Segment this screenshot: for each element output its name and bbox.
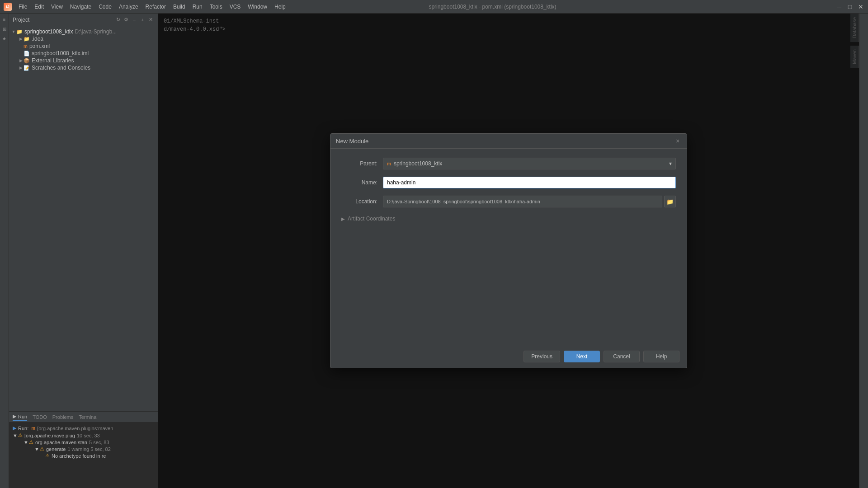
- menu-vcs[interactable]: VCS: [226, 2, 244, 11]
- window-controls: ─ □ ✕: [835, 3, 864, 10]
- menu-view[interactable]: View: [48, 2, 66, 11]
- run-icon: ▶: [13, 413, 16, 419]
- menu-tools[interactable]: Tools: [207, 2, 226, 11]
- run-item-detail-1: 5 sec, 83: [89, 440, 109, 445]
- dialog-close-button[interactable]: ×: [674, 137, 681, 145]
- run-row-3[interactable]: ⚠ No archetype found in re: [9, 452, 158, 459]
- editor-area: 01/XMLSchema-inst d/maven-4.0.0.xsd"> Ne…: [158, 14, 859, 488]
- menu-navigate[interactable]: Navigate: [67, 2, 94, 11]
- next-button[interactable]: Next: [564, 351, 600, 362]
- app-logo: IJ: [4, 3, 12, 11]
- warning-icon-3: ⚠: [45, 453, 50, 459]
- project-panel-title: Project: [13, 17, 29, 23]
- right-sidebar: [859, 14, 868, 488]
- idea-arrow: ▶: [18, 37, 24, 41]
- menu-refactor[interactable]: Refactor: [142, 2, 169, 11]
- tab-todo[interactable]: TODO: [33, 413, 47, 421]
- run-header-text: Run:: [18, 426, 28, 431]
- tree-item-idea[interactable]: ▶ 📁 .idea: [9, 35, 158, 42]
- warning-icon-1: ⚠: [29, 439, 33, 445]
- location-browse-button[interactable]: 📁: [664, 196, 676, 207]
- menu-file[interactable]: File: [15, 2, 30, 11]
- name-control: [383, 177, 676, 188]
- menu-edit[interactable]: Edit: [31, 2, 47, 11]
- warning-icon-2: ⚠: [40, 446, 44, 452]
- run-plugin-text: [org.apache.maven.plugins:maven-: [37, 426, 115, 431]
- minimize-button[interactable]: ─: [835, 3, 843, 10]
- structure-icon[interactable]: ⊞: [1, 25, 8, 33]
- location-control: D:\java-Springboot\1008_springboot\sprin…: [383, 196, 676, 207]
- project-tree: ▼ 📁 springboot1008_ktlx D:\java-Springb.…: [9, 26, 158, 411]
- parent-select-icon: m: [387, 161, 391, 166]
- artifact-label: Artifact Coordinates: [348, 216, 395, 222]
- parent-row: Parent: m springboot1008_ktlx ▾: [341, 158, 676, 169]
- tree-item-iml[interactable]: 📄 springboot1008_ktlx.iml: [9, 50, 158, 57]
- help-button[interactable]: Help: [643, 351, 679, 362]
- parent-label: Parent:: [341, 160, 377, 167]
- artifact-coordinates-section[interactable]: ▶ Artifact Coordinates: [341, 215, 676, 223]
- menu-code[interactable]: Code: [95, 2, 115, 11]
- idea-label: .idea: [32, 36, 43, 42]
- tree-item-scratches[interactable]: ▶ 📝 Scratches and Consoles: [9, 64, 158, 71]
- run-plugin-icon: m: [31, 426, 35, 431]
- close-button[interactable]: ✕: [857, 3, 864, 10]
- ext-libs-arrow: ▶: [18, 58, 24, 63]
- scratches-arrow: ▶: [18, 66, 24, 70]
- tab-run[interactable]: ▶ Run: [13, 413, 27, 421]
- project-icon[interactable]: ≡: [1, 16, 8, 23]
- expand-icon[interactable]: +: [139, 16, 146, 23]
- tree-item-ext-libs[interactable]: ▶ 📦 External Libraries: [9, 57, 158, 64]
- tree-root[interactable]: ▼ 📁 springboot1008_ktlx D:\java-Springb.…: [9, 28, 158, 35]
- bottom-panel: ▶ Run TODO Problems Terminal ▶ Run: m: [9, 411, 158, 488]
- run-header: ▶ Run: m [org.apache.maven.plugins:maven…: [9, 424, 158, 432]
- previous-button[interactable]: Previous: [524, 351, 560, 362]
- new-module-dialog: New Module × Parent: m springboot1008_kt…: [330, 133, 687, 368]
- cancel-button[interactable]: Cancel: [604, 351, 640, 362]
- dialog-footer: Previous Next Cancel Help: [330, 345, 687, 368]
- run-row-2[interactable]: ▼ ⚠ generate 1 warning 5 sec, 82: [9, 446, 158, 452]
- iml-label: springboot1008_ktlx.iml: [32, 50, 89, 56]
- pom-label: pom.xml: [29, 43, 50, 49]
- run-item-detail-0: 10 sec, 33: [77, 433, 100, 438]
- tree-item-pom[interactable]: m pom.xml: [9, 42, 158, 50]
- idea-folder-icon: 📁: [24, 36, 30, 42]
- menubar: IJ File Edit View Navigate Code Analyze …: [0, 0, 868, 14]
- sync-icon[interactable]: ↻: [114, 16, 122, 23]
- iml-file-icon: 📄: [24, 51, 30, 56]
- run-item-label-1: org.apache.maven:stan: [35, 440, 87, 445]
- maximize-button[interactable]: □: [846, 3, 854, 10]
- run-header-label: ▶: [13, 425, 16, 431]
- close-panel-icon[interactable]: ✕: [147, 16, 154, 23]
- tab-problems[interactable]: Problems: [52, 413, 73, 421]
- run-item-label-0: [org.apache.mave.plug: [24, 433, 75, 438]
- gear-icon[interactable]: ⚙: [123, 16, 130, 23]
- menu-build[interactable]: Build: [170, 2, 189, 11]
- menu-run[interactable]: Run: [189, 2, 206, 11]
- run-item-label-2: generate: [46, 446, 66, 452]
- pom-file-icon: m: [24, 44, 28, 49]
- main-layout: ≡ ⊞ ★ Project ↻ ⚙ − + ✕ ▼ 📁 springboot10…: [0, 14, 868, 488]
- tab-terminal[interactable]: Terminal: [79, 413, 98, 421]
- project-panel-header: Project ↻ ⚙ − + ✕: [9, 14, 158, 26]
- bottom-tabs: ▶ Run TODO Problems Terminal: [9, 412, 158, 422]
- collapse-icon[interactable]: −: [131, 16, 138, 23]
- run-row-0[interactable]: ▼ ⚠ [org.apache.mave.plug 10 sec, 33: [9, 432, 158, 439]
- menu-window[interactable]: Window: [245, 2, 270, 11]
- dialog-titlebar: New Module ×: [330, 134, 687, 149]
- ext-libs-icon: 📦: [24, 58, 30, 64]
- favorites-icon[interactable]: ★: [1, 35, 8, 42]
- dialog-title: New Module: [336, 138, 674, 145]
- location-path: D:\java-Springboot\1008_springboot\sprin…: [383, 196, 662, 207]
- artifact-arrow-icon: ▶: [341, 216, 345, 221]
- run-item-label-3: No archetype found in re: [52, 453, 106, 459]
- menu-analyze[interactable]: Analyze: [116, 2, 142, 11]
- parent-select-value: springboot1008_ktlx: [394, 160, 442, 167]
- warning-icon-0: ⚠: [18, 432, 23, 438]
- root-arrow: ▼: [11, 29, 16, 34]
- name-row: Name:: [341, 177, 676, 188]
- menu-help[interactable]: Help: [271, 2, 289, 11]
- parent-select[interactable]: m springboot1008_ktlx ▾: [383, 158, 676, 169]
- name-input[interactable]: [383, 177, 676, 188]
- run-row-1[interactable]: ▼ ⚠ org.apache.maven:stan 5 sec, 83: [9, 439, 158, 446]
- scratches-icon: 📝: [24, 65, 30, 71]
